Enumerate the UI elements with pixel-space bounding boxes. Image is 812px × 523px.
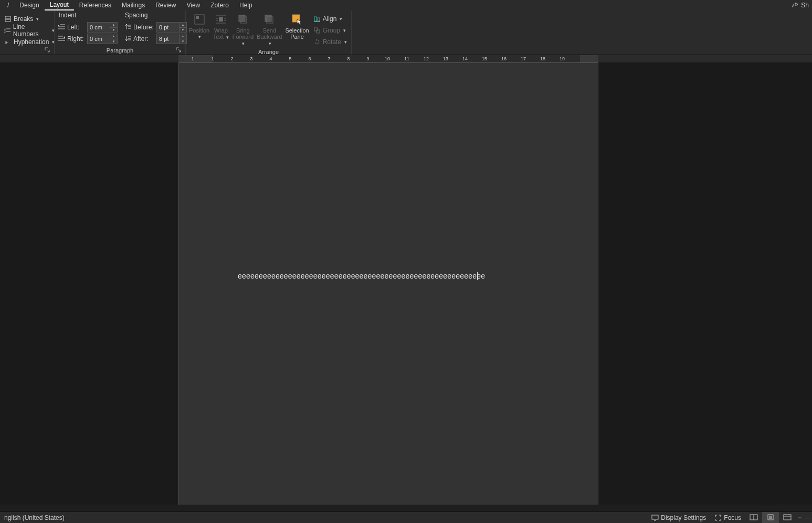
bring-forward-label2: Forward (233, 34, 254, 40)
tab-zotero[interactable]: Zotero (205, 1, 234, 10)
document-workspace[interactable]: eeeeeeeeeeeeeeeeeeeeeeeeeeeeeeeeeeeeeeee… (0, 62, 812, 505)
ruler-tick: 14 (462, 56, 468, 61)
indent-left-up[interactable]: ▲ (110, 23, 117, 28)
language-status[interactable]: nglish (United States) (0, 512, 69, 523)
ruler-tick: 16 (501, 56, 507, 61)
group-paragraph: Indent Left: ▲▼ Right: ▲▼ (55, 10, 186, 55)
group-arrange: Position▾ WrapText ▾ BringForward ▾ Send… (186, 10, 352, 55)
svg-rect-32 (265, 15, 271, 22)
tab-references[interactable]: References (74, 1, 117, 10)
bring-forward-button: BringForward ▾ (233, 12, 254, 48)
group-button: Group ▾ (312, 25, 348, 36)
horizontal-ruler[interactable]: 112345678910111213141516171819 (178, 55, 598, 62)
zoom-out-button[interactable]: − (796, 512, 804, 523)
web-layout-icon (783, 514, 792, 521)
ruler-tick: 3 (250, 56, 252, 61)
tab-layout[interactable]: Layout (45, 0, 74, 10)
tab-help[interactable]: Help (234, 1, 258, 10)
spacing-before-down[interactable]: ▼ (179, 28, 186, 33)
read-mode-view[interactable] (745, 512, 762, 523)
status-bar: nglish (United States) Display Settings … (0, 511, 812, 523)
web-layout-view[interactable] (779, 512, 796, 523)
page-setup-dialog-launcher[interactable] (44, 46, 51, 54)
hyphenation-button[interactable]: a- Hyphenation ▾ (3, 37, 56, 47)
selection-pane-label1: Selection (285, 27, 309, 34)
paragraph-dialog-launcher[interactable] (175, 46, 182, 54)
text-cursor (477, 272, 478, 280)
spacing-before-up[interactable]: ▲ (179, 23, 186, 28)
print-layout-view[interactable] (762, 512, 779, 523)
indent-right-up[interactable]: ▲ (110, 34, 117, 39)
chevron-down-icon: ▾ (269, 41, 271, 46)
rotate-button: Rotate ▾ (312, 37, 348, 47)
ruler-tick: 11 (404, 56, 409, 61)
read-mode-icon (750, 514, 758, 521)
spacing-header: Spacing (124, 12, 187, 21)
tab-review[interactable]: Review (150, 1, 181, 10)
paragraph-footer: Paragraph (107, 47, 133, 54)
wrap-text-label1: Wrap (214, 27, 228, 34)
indent-left-input[interactable] (88, 24, 109, 30)
spacing-after-input-wrap: ▲▼ (156, 34, 187, 44)
svg-rect-0 (5, 16, 10, 18)
indent-right-down[interactable]: ▼ (110, 39, 117, 44)
focus-button[interactable]: Focus (710, 512, 745, 523)
focus-icon (714, 514, 722, 521)
wrap-text-icon (214, 13, 228, 26)
hyphenation-label: Hyphenation (14, 38, 49, 46)
share-icon (792, 2, 799, 9)
align-button[interactable]: Align ▾ (312, 14, 348, 24)
spacing-after-input[interactable] (157, 36, 178, 42)
spacing-before-input-wrap: ▲▼ (156, 22, 187, 33)
line-numbers-icon: 12 (4, 27, 11, 34)
display-settings-icon (651, 514, 659, 521)
ruler-tick: 19 (560, 56, 565, 61)
ribbon-tabs: / Design Layout References Mailings Revi… (0, 0, 812, 10)
indent-right-input[interactable] (88, 36, 109, 42)
ruler-tick: 9 (366, 56, 369, 61)
print-layout-icon (766, 514, 775, 521)
ruler-tick: 8 (347, 56, 350, 61)
spacing-before-icon (124, 24, 131, 31)
display-settings-label: Display Settings (661, 514, 706, 521)
spacing-before-label: Before: (133, 24, 154, 31)
bring-forward-icon (236, 13, 250, 26)
spacing-after-down[interactable]: ▼ (179, 39, 186, 44)
chevron-down-icon: ▾ (226, 35, 229, 40)
breaks-label: Breaks (14, 15, 33, 23)
arrange-footer: Arrange (258, 49, 279, 55)
svg-rect-35 (314, 17, 317, 21)
indent-right-label: Right: (67, 35, 85, 42)
tab-design[interactable]: Design (14, 1, 44, 10)
chevron-down-icon: ▾ (198, 34, 201, 40)
send-backward-label1: Send (262, 27, 276, 34)
line-numbers-button[interactable]: 12 Line Numbers ▾ (3, 25, 56, 36)
indent-left-icon (58, 24, 65, 31)
indent-left-down[interactable]: ▼ (110, 28, 117, 33)
selection-pane-button[interactable]: SelectionPane (285, 12, 309, 41)
share-button[interactable]: Sh (788, 1, 812, 10)
ruler-tick: 12 (424, 56, 429, 61)
ruler-tick: 7 (328, 56, 330, 61)
ruler-tick: 1 (211, 56, 214, 61)
spacing-after-up[interactable]: ▲ (179, 34, 186, 39)
spacing-before-input[interactable] (157, 24, 178, 30)
breaks-button[interactable]: Breaks ▾ (3, 14, 56, 24)
tab-partial[interactable]: / (2, 1, 14, 10)
breaks-icon (4, 15, 12, 23)
tab-view[interactable]: View (181, 1, 205, 10)
svg-rect-1 (5, 19, 10, 22)
document-text[interactable]: eeeeeeeeeeeeeeeeeeeeeeeeeeeeeeeeeeeeeeee… (238, 272, 485, 280)
zoom-slider-partial[interactable]: — (804, 512, 812, 523)
minus-icon: − (798, 514, 802, 521)
line-numbers-label: Line Numbers (13, 23, 49, 38)
tab-mailings[interactable]: Mailings (117, 1, 150, 10)
display-settings-button[interactable]: Display Settings (647, 512, 710, 523)
document-page[interactable]: eeeeeeeeeeeeeeeeeeeeeeeeeeeeeeeeeeeeeeee… (178, 62, 598, 505)
hyphenation-icon: a- (4, 38, 12, 46)
svg-text:a-: a- (5, 40, 8, 45)
send-backward-icon (262, 13, 276, 26)
rotate-label: Rotate (323, 38, 341, 46)
chevron-down-icon: ▾ (343, 28, 346, 33)
svg-rect-40 (652, 515, 658, 519)
